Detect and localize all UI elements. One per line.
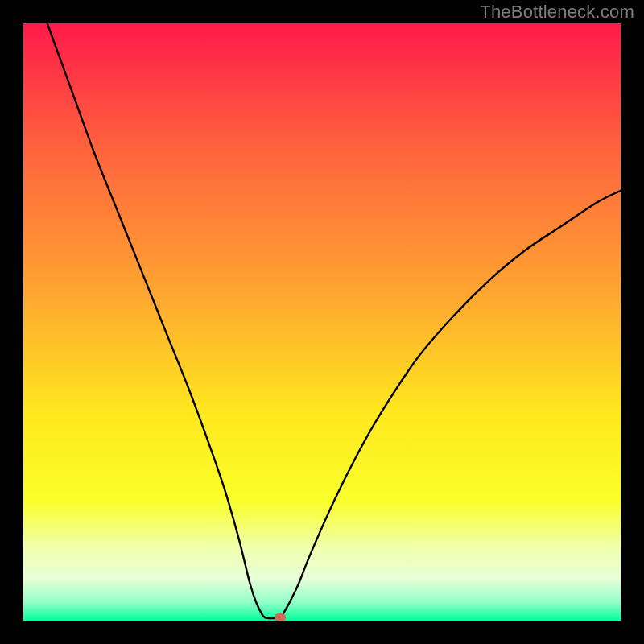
optimum-marker	[275, 613, 286, 621]
curve-path	[47, 23, 621, 618]
watermark-text: TheBottleneck.com	[480, 2, 634, 23]
chart-frame: TheBottleneck.com	[0, 0, 644, 644]
bottleneck-curve	[23, 23, 621, 621]
